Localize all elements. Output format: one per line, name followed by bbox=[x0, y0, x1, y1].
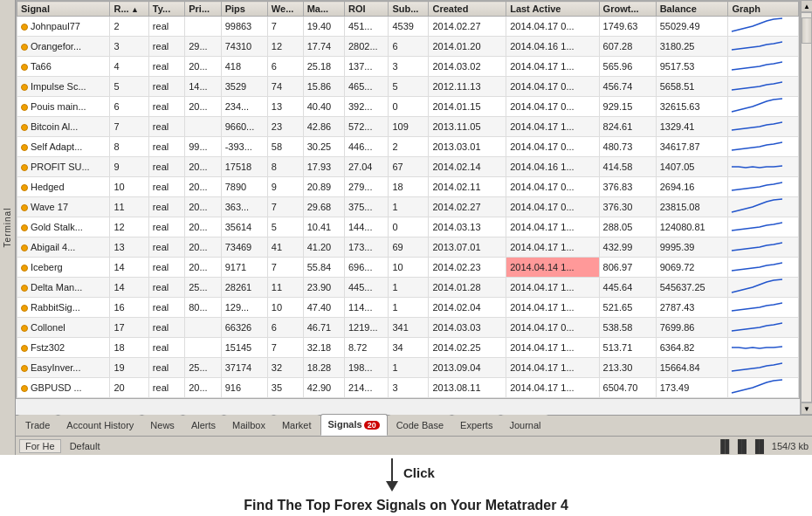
data-cell: 34617.87 bbox=[656, 137, 728, 157]
scroll-track[interactable] bbox=[801, 12, 812, 402]
data-cell: 2014.04.17 0... bbox=[506, 137, 599, 157]
data-cell: 6504.70 bbox=[599, 378, 656, 398]
data-cell: 2802... bbox=[344, 37, 388, 57]
tab-journal[interactable]: Journal bbox=[501, 415, 548, 436]
col-header-graph[interactable]: Graph bbox=[728, 2, 799, 17]
data-cell: 11 bbox=[267, 278, 303, 298]
data-cell: 13 bbox=[267, 97, 303, 117]
tab-code-base[interactable]: Code Base bbox=[389, 415, 451, 436]
table-row[interactable]: Ta664real20...418625.18137...32014.03.02… bbox=[17, 57, 799, 77]
data-cell: 5 bbox=[267, 217, 303, 237]
data-cell: 173... bbox=[344, 237, 388, 258]
arrow-head bbox=[386, 481, 398, 492]
col-header-last_active[interactable]: Last Active bbox=[506, 2, 599, 17]
data-cell: 19 bbox=[110, 358, 148, 378]
tab-signals[interactable]: Signals20 bbox=[320, 414, 388, 436]
data-cell: 12 bbox=[267, 37, 303, 57]
col-header-roi[interactable]: ROI bbox=[344, 2, 388, 17]
data-cell: 20... bbox=[185, 197, 221, 217]
data-cell: 18.28 bbox=[303, 358, 344, 378]
data-cell: 29... bbox=[185, 37, 221, 57]
tab-trade[interactable]: Trade bbox=[17, 415, 58, 436]
col-header-signal[interactable]: Signal bbox=[17, 2, 110, 17]
col-header-we[interactable]: We... bbox=[267, 2, 303, 17]
data-cell: 10 bbox=[389, 258, 429, 278]
arrow-container: Click bbox=[0, 458, 812, 498]
tab-badge: 20 bbox=[364, 421, 380, 430]
table-row[interactable]: Fstz30218real15145732.188.72342014.02.25… bbox=[17, 338, 799, 358]
graph-cell bbox=[728, 17, 799, 37]
table-row[interactable]: EasyInver...19real25...371743218.28198..… bbox=[17, 358, 799, 378]
table-row[interactable]: Abigail 4...13real20...734694141.20173..… bbox=[17, 237, 799, 258]
data-cell: 99... bbox=[185, 137, 221, 157]
data-cell: 446... bbox=[344, 137, 388, 157]
table-row[interactable]: Self Adapt...8real99...-393...5830.25446… bbox=[17, 137, 799, 157]
table-row[interactable]: Orangefor...3real29...743101217.742802..… bbox=[17, 37, 799, 57]
scroll-down-btn[interactable]: ▼ bbox=[801, 402, 812, 415]
table-row[interactable]: Hedged10real20...7890920.89279...182014.… bbox=[17, 177, 799, 197]
data-cell: real bbox=[148, 77, 184, 97]
scroll-thumb[interactable] bbox=[802, 17, 812, 44]
col-header-created[interactable]: Created bbox=[429, 2, 506, 17]
col-header-balance[interactable]: Balance bbox=[656, 2, 728, 17]
data-cell: 32.18 bbox=[303, 338, 344, 358]
col-header-type[interactable]: Ty... bbox=[148, 2, 184, 17]
table-row[interactable]: RabbitSig...16real80...129...1047.40114.… bbox=[17, 298, 799, 318]
col-header-growth[interactable]: Growt... bbox=[599, 2, 656, 17]
signal-name-cell: Delta Man... bbox=[17, 278, 110, 298]
data-cell: 3 bbox=[389, 378, 429, 398]
tab-market[interactable]: Market bbox=[274, 415, 320, 436]
tab-news[interactable]: News bbox=[142, 415, 182, 436]
data-cell: 74310 bbox=[221, 37, 267, 57]
data-cell: 32 bbox=[267, 358, 303, 378]
table-row[interactable]: GBPUSD ...20real20...9163542.90214...320… bbox=[17, 378, 799, 398]
data-cell: 41.20 bbox=[303, 237, 344, 258]
col-header-ma[interactable]: Ma... bbox=[303, 2, 344, 17]
table-row[interactable]: Bitcoin Al...7real9660...2342.86572...10… bbox=[17, 117, 799, 137]
data-cell: 2694.16 bbox=[656, 177, 728, 197]
data-cell: 2014.03.03 bbox=[429, 318, 506, 338]
col-header-sub[interactable]: Sub... bbox=[389, 2, 429, 17]
table-row[interactable]: Impulse Sc...5real14...35297415.86465...… bbox=[17, 77, 799, 97]
tab-account-history[interactable]: Account History bbox=[58, 415, 141, 436]
data-cell: 9660... bbox=[221, 117, 267, 137]
graph-cell bbox=[728, 197, 799, 217]
col-header-pips[interactable]: Pips bbox=[221, 2, 267, 17]
data-cell: 363... bbox=[221, 197, 267, 217]
table-row[interactable]: Wave 1711real20...363...729.68375...1201… bbox=[17, 197, 799, 217]
table-row[interactable]: Iceberg14real20...9171755.84696...102014… bbox=[17, 258, 799, 278]
table-row[interactable]: Johnpaul772real99863719.40451...45392014… bbox=[17, 17, 799, 37]
data-cell: 109 bbox=[389, 117, 429, 137]
data-cell: 545637.25 bbox=[656, 278, 728, 298]
graph-cell bbox=[728, 298, 799, 318]
data-cell: 1 bbox=[389, 358, 429, 378]
data-cell: 9 bbox=[110, 157, 148, 177]
data-cell: 445... bbox=[344, 278, 388, 298]
table-row[interactable]: Collonel17real66326646.711219...3412014.… bbox=[17, 318, 799, 338]
table-row[interactable]: PROFIT SU...9real20...17518817.9327.0467… bbox=[17, 157, 799, 177]
tab-experts[interactable]: Experts bbox=[452, 415, 500, 436]
data-cell: 1407.05 bbox=[656, 157, 728, 177]
col-header-rank[interactable]: R... bbox=[110, 2, 148, 17]
data-cell: 538.58 bbox=[599, 318, 656, 338]
data-cell bbox=[185, 17, 221, 37]
col-header-price[interactable]: Pri... bbox=[185, 2, 221, 17]
signal-name-cell: Orangefor... bbox=[17, 37, 110, 57]
table-row[interactable]: Pouis main...6real20...234...1340.40392.… bbox=[17, 97, 799, 117]
tab-alerts[interactable]: Alerts bbox=[183, 415, 224, 436]
tab-mailbox[interactable]: Mailbox bbox=[224, 415, 273, 436]
table-row[interactable]: Gold Stalk...12real20...35614510.41144..… bbox=[17, 217, 799, 237]
data-cell: 1 bbox=[389, 197, 429, 217]
data-cell: 18 bbox=[110, 338, 148, 358]
signal-name-cell: Gold Stalk... bbox=[17, 217, 110, 237]
scroll-up-btn[interactable]: ▲ bbox=[801, 0, 812, 12]
signals-table: SignalR...Ty...Pri...PipsWe...Ma...ROISu… bbox=[17, 1, 799, 398]
data-cell: 1219... bbox=[344, 318, 388, 338]
vertical-scrollbar[interactable]: ▲ ▼ bbox=[800, 0, 812, 415]
table-row[interactable]: Delta Man...14real25...282611123.90445..… bbox=[17, 278, 799, 298]
data-cell: real bbox=[148, 97, 184, 117]
status-for-he: For He bbox=[19, 439, 61, 453]
data-cell: 17.93 bbox=[303, 157, 344, 177]
data-cell: 40.40 bbox=[303, 97, 344, 117]
graph-cell bbox=[728, 338, 799, 358]
